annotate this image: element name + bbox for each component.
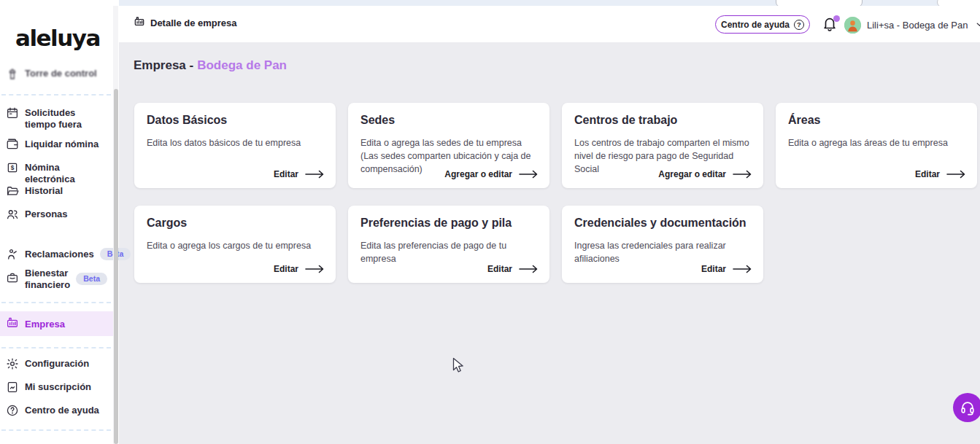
sidebar-divider: [1, 429, 111, 431]
sidebar-divider: [1, 347, 111, 348]
notifications-button[interactable]: [822, 16, 839, 34]
card-description: Edita las preferencias de pago de tu emp…: [360, 239, 537, 265]
dollar-document-icon: $: [6, 161, 19, 177]
card-preferencias-de-pago: Preferencias de pago y pila Edita las pr…: [348, 206, 549, 283]
card-title: Credenciales y documentación: [574, 217, 751, 230]
sidebar-item-label: Historial: [25, 184, 63, 197]
sidebar-item-historial[interactable]: Historial: [6, 184, 107, 200]
people-icon: [6, 208, 19, 224]
card-action-label: Editar: [274, 169, 298, 179]
sidebar-item-label: Centro de ayuda: [25, 404, 99, 416]
card-action-agregar-editar[interactable]: Agregar o editar: [658, 169, 752, 179]
card-centros-de-trabajo: Centros de trabajo Los centros de trabaj…: [562, 103, 763, 188]
card-sedes: Sedes Edita o agrega las sedes de tu emp…: [348, 103, 549, 188]
sidebar-divider: [1, 94, 111, 96]
sidebar-divider: [1, 302, 111, 303]
arrow-right-icon: [305, 265, 324, 273]
arrow-right-icon: [733, 265, 752, 273]
sidebar-item-label: Configuración: [25, 357, 89, 370]
sidebar-item-empresa[interactable]: Empresa: [0, 311, 113, 336]
card-action-agregar-editar[interactable]: Agregar o editar: [444, 169, 538, 179]
card-title: Centros de trabajo: [574, 114, 751, 127]
gear-icon: [6, 357, 19, 373]
sidebar-item-label: Reclamaciones: [25, 248, 94, 260]
sidebar-item-label: Torre de control: [25, 67, 97, 79]
sidebar-item-torre-de-control[interactable]: Torre de control: [6, 67, 107, 83]
wallet-icon: [6, 138, 19, 154]
user-menu[interactable]: Lili+sa - Bodega de Pan: [844, 17, 980, 34]
sidebar-item-bienestar-financiero[interactable]: Bienestar financiero Beta: [6, 267, 107, 291]
top-bar: Detalle de empresa Centro de ayuda ? Lil…: [119, 6, 980, 42]
arrow-right-icon: [519, 265, 538, 273]
sidebar-item-label: Bienestar financiero: [25, 267, 70, 291]
card-title: Cargos: [147, 217, 323, 230]
arrow-right-icon: [305, 170, 324, 179]
card-title: Sedes: [360, 114, 537, 127]
factory-icon: [6, 316, 19, 332]
sidebar-item-label: Nómina electrónica: [25, 161, 107, 185]
card-action-label: Editar: [915, 169, 940, 179]
card-action-editar[interactable]: Editar: [915, 169, 965, 179]
sidebar-item-nomina-electronica[interactable]: $ Nómina electrónica: [6, 161, 107, 185]
sidebar-scrollbar-thumb[interactable]: [114, 89, 118, 444]
factory-icon: [134, 15, 145, 30]
support-chat-button[interactable]: [953, 393, 980, 422]
card-description: Edita o agrega las áreas de tu empresa: [788, 136, 965, 149]
card-title: Áreas: [788, 114, 965, 127]
sidebar-item-label: Liquidar nómina: [25, 138, 99, 150]
sidebar-item-liquidar-nomina[interactable]: Liquidar nómina: [6, 138, 107, 154]
arrow-right-icon: [946, 170, 965, 179]
aleluya-logo[interactable]: aleluya: [10, 25, 105, 51]
card-action-editar[interactable]: Editar: [487, 264, 538, 274]
help-center-label: Centro de ayuda: [721, 20, 790, 30]
sidebar-item-label: Solicitudes tiempo fuera: [25, 106, 107, 131]
briefcase-icon: [6, 271, 19, 287]
page-indicator: Detalle de empresa: [134, 15, 237, 30]
avatar: [844, 17, 861, 34]
sidebar-item-centro-de-ayuda[interactable]: Centro de ayuda: [6, 404, 107, 420]
card-action-label: Editar: [274, 264, 298, 274]
card-credenciales: Credenciales y documentación Ingresa las…: [562, 206, 763, 283]
arrow-right-icon: [519, 170, 538, 179]
user-name: Lili+sa - Bodega de Pan: [867, 20, 968, 31]
card-action-editar[interactable]: Editar: [274, 169, 324, 179]
card-action-label: Agregar o editar: [658, 169, 726, 179]
sidebar-item-personas[interactable]: Personas: [6, 208, 107, 224]
card-areas: Áreas Edita o agrega las áreas de tu emp…: [776, 103, 977, 188]
sidebar-item-configuracion[interactable]: Configuración: [6, 357, 107, 373]
sidebar-item-reclamaciones[interactable]: Reclamaciones Beta: [6, 248, 107, 264]
card-action-label: Editar: [487, 264, 512, 274]
card-datos-basicos: Datos Básicos Edita los datos básicos de…: [134, 103, 336, 188]
card-cargos: Cargos Edita o agrega los cargos de tu e…: [134, 206, 336, 283]
question-circle-icon: [6, 404, 19, 420]
company-name: Bodega de Pan: [197, 58, 287, 72]
help-center-button[interactable]: Centro de ayuda ?: [715, 15, 810, 34]
sidebar-item-label: Mi suscripción: [25, 381, 91, 393]
arrow-right-icon: [733, 170, 752, 179]
chevron-down-icon: [975, 19, 980, 32]
calendar-icon: [6, 106, 19, 122]
card-description: Edita los datos básicos de tu empresa: [147, 136, 323, 149]
sidebar-item-label: Personas: [25, 208, 68, 220]
sidebar: aleluya Torre de control Solicitudes tie…: [0, 0, 119, 444]
control-tower-icon: [6, 67, 19, 83]
card-action-label: Agregar o editar: [444, 169, 512, 179]
page-indicator-label: Detalle de empresa: [150, 17, 237, 28]
claims-hand-icon: [6, 248, 19, 264]
svg-text:$: $: [11, 165, 15, 171]
card-description: Edita o agrega los cargos de tu empresa: [147, 239, 323, 252]
card-action-editar[interactable]: Editar: [701, 264, 752, 274]
folder-open-icon: [6, 184, 19, 200]
breadcrumb-prefix: Empresa -: [134, 58, 193, 72]
question-circle-icon: ?: [794, 20, 804, 30]
sidebar-item-label: Empresa: [25, 319, 65, 330]
card-action-editar[interactable]: Editar: [274, 264, 324, 274]
card-title: Preferencias de pago y pila: [360, 217, 537, 230]
sidebar-item-mi-suscripcion[interactable]: Mi suscripción: [6, 381, 107, 397]
card-action-label: Editar: [701, 264, 726, 274]
card-title: Datos Básicos: [147, 114, 323, 127]
sidebar-item-solicitudes-tiempo-fuera[interactable]: Solicitudes tiempo fuera: [6, 106, 107, 131]
notification-dot: [833, 15, 840, 22]
subscription-document-icon: [6, 381, 19, 397]
beta-badge: Beta: [76, 273, 107, 285]
